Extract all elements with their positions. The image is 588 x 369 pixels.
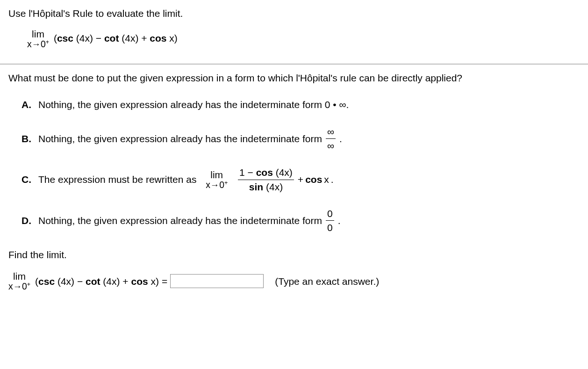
choice-d-label: D. — [22, 214, 38, 227]
csc-arg: (4x) — [73, 33, 93, 43]
minus: − — [74, 276, 86, 287]
choice-d-suffix: . — [338, 214, 341, 227]
cot-arg: (4x) — [100, 276, 120, 287]
question-1: What must be done to put the given expre… — [8, 71, 580, 85]
limit-side: + — [46, 39, 49, 45]
limit-notation-2: lim x→0+ — [8, 271, 30, 291]
question-2-prompt: Find the limit. — [8, 248, 580, 261]
choice-c-text: The expression must be rewritten as lim … — [38, 166, 334, 194]
limit-word: lim — [13, 271, 26, 282]
choice-b[interactable]: B. Nothing, the given expression already… — [22, 125, 580, 153]
frac-num: 0 — [326, 207, 334, 220]
cos-arg: x — [167, 33, 174, 43]
num-arg: (4x) — [273, 167, 293, 178]
limit-target: 0 — [41, 39, 46, 49]
answer-input[interactable] — [170, 274, 264, 288]
limit-word: lim — [210, 169, 223, 180]
num-pre: 1 − — [239, 167, 256, 178]
paren-close: ) — [156, 276, 159, 287]
limit-var: x — [8, 282, 13, 291]
paren-close: ) — [174, 33, 178, 43]
choice-d-prefix: Nothing, the given expression already ha… — [38, 214, 322, 227]
limit-subscript: x→0+ — [27, 39, 49, 49]
expression-body-2: (csc (4x) − cot (4x) + cos x) — [35, 275, 159, 288]
cos-arg: x — [148, 276, 156, 287]
limit-target: 0 — [22, 282, 27, 291]
limit-side: + — [27, 281, 30, 288]
den-arg: (4x) — [263, 181, 283, 192]
frac-num: 1 − cos (4x) — [238, 166, 294, 179]
instruction-text: Use l'Hôpital's Rule to evaluate the lim… — [8, 7, 580, 20]
choice-a-text: Nothing, the given expression already ha… — [38, 98, 349, 111]
choice-c-plus: + — [298, 173, 303, 186]
limit-word: lim — [32, 29, 44, 39]
choice-a-label: A. — [22, 98, 38, 111]
limit-var: x — [206, 180, 210, 190]
limit-var: x — [27, 39, 32, 49]
expression-body: (csc (4x) − cot (4x) + cos x) — [54, 33, 178, 43]
csc-arg: (4x) — [55, 276, 74, 287]
paren-open: ( — [54, 33, 57, 43]
minus: − — [93, 33, 104, 43]
cot-arg: (4x) — [119, 33, 138, 43]
answer-hint: (Type an exact answer.) — [275, 275, 379, 288]
limit-subscript: x→0+ — [8, 282, 30, 291]
choice-b-label: B. — [22, 132, 38, 145]
csc-fn: csc — [57, 33, 73, 43]
arrow: → — [13, 282, 22, 291]
equals-sign: = — [162, 275, 167, 288]
plus: + — [120, 276, 131, 287]
arrow: → — [210, 180, 219, 190]
cot-fn: cot — [104, 33, 119, 43]
choice-c-cos: cos — [305, 173, 322, 186]
choice-d-text: Nothing, the given expression already ha… — [38, 207, 341, 235]
answer-line: lim x→0+ (csc (4x) − cot (4x) + cos x) =… — [8, 271, 580, 291]
choice-a[interactable]: A. Nothing, the given expression already… — [22, 98, 580, 111]
choice-c-cos-arg: x — [324, 173, 329, 186]
choice-b-prefix: Nothing, the given expression already ha… — [38, 132, 322, 145]
fraction-inf-inf: ∞ ∞ — [326, 125, 336, 153]
den-sin: sin — [249, 181, 263, 192]
fraction-0-0: 0 0 — [326, 207, 334, 235]
cot-fn: cot — [86, 276, 100, 287]
choice-c-prefix: The expression must be rewritten as — [38, 173, 196, 186]
limit-notation: lim x→0+ — [27, 29, 49, 49]
limit-target: 0 — [219, 180, 224, 190]
cos-fn: cos — [131, 276, 148, 287]
cos-fn: cos — [150, 33, 166, 43]
limit-side: + — [224, 180, 228, 186]
choice-b-text: Nothing, the given expression already ha… — [38, 125, 342, 153]
choice-c[interactable]: C. The expression must be rewritten as l… — [22, 166, 580, 194]
arrow: → — [32, 39, 41, 49]
choice-b-suffix: . — [339, 132, 342, 145]
plus: + — [138, 33, 150, 43]
section-divider — [0, 64, 588, 65]
paren-open: ( — [35, 276, 38, 287]
frac-den: 0 — [326, 221, 334, 234]
csc-fn: csc — [38, 276, 55, 287]
limit-expression: lim x→0+ (csc (4x) − cot (4x) + cos x) — [27, 29, 580, 49]
frac-den: sin (4x) — [248, 180, 284, 194]
frac-num: ∞ — [326, 125, 336, 138]
limit-subscript: x→0+ — [206, 180, 228, 190]
choice-c-limit: lim x→0+ — [206, 169, 228, 190]
choice-c-label: C. — [22, 173, 38, 186]
choices-list: A. Nothing, the given expression already… — [22, 98, 580, 235]
choice-c-suffix: . — [331, 173, 334, 186]
choice-c-fraction: 1 − cos (4x) sin (4x) — [238, 166, 294, 194]
frac-den: ∞ — [326, 139, 336, 152]
choice-d[interactable]: D. Nothing, the given expression already… — [22, 207, 580, 235]
num-cos: cos — [256, 167, 273, 178]
